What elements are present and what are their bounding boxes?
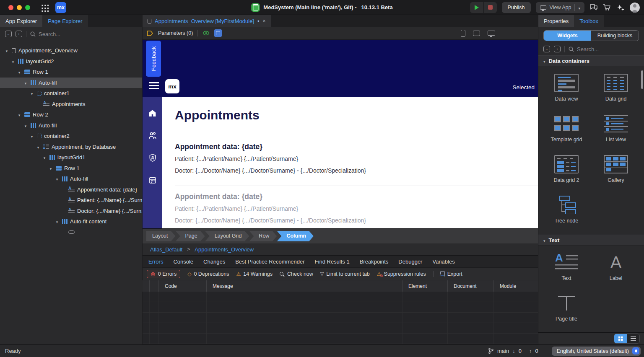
errors-table-column-header[interactable]: [149, 280, 158, 292]
canvas-app-header[interactable]: Feedback mx Selected: [143, 40, 538, 97]
language-selector[interactable]: English, United States (default): [552, 347, 641, 356]
widget-tile[interactable]: Tree node: [542, 196, 591, 224]
widget-tile[interactable]: Data view: [542, 74, 591, 102]
tree-item[interactable]: Appointments_Overview: [0, 45, 142, 56]
widget-tile[interactable]: Gallery: [591, 155, 641, 183]
chevron-down-icon[interactable]: [55, 218, 60, 225]
git-branch-icon[interactable]: [488, 348, 494, 354]
bottom-tab[interactable]: Breakpoints: [360, 259, 389, 265]
bottom-tab[interactable]: Debugger: [398, 259, 422, 265]
toolbox-mode-segment[interactable]: Building blocks: [591, 31, 639, 41]
chevron-down-icon[interactable]: [55, 176, 60, 182]
tree-item[interactable]: Auto-fill: [0, 78, 142, 88]
tree-item[interactable]: Doctor: {.../Name} {.../Surname}: [0, 206, 142, 217]
appointment-block[interactable]: Appointment data: {date} Patient: {.../P…: [175, 136, 538, 186]
explorer-tab[interactable]: Page Explorer: [42, 15, 88, 27]
errors-table-column-header[interactable]: Element: [402, 280, 447, 292]
expand-collapse-icon[interactable]: ›: [554, 46, 561, 52]
scrollbar-thumb[interactable]: [641, 70, 643, 89]
incoming-commits-icon[interactable]: ↓: [512, 348, 515, 354]
parameters-label[interactable]: Parameters (0): [158, 30, 193, 36]
tree-item[interactable]: Appointments: [0, 99, 142, 110]
tree-item[interactable]: container2: [0, 131, 142, 142]
feedback-tab[interactable]: Feedback: [146, 41, 161, 77]
desktop-preview-icon[interactable]: [488, 31, 495, 36]
breadcrumb-item[interactable]: Layout Grid: [205, 231, 249, 241]
errors-table-column-header[interactable]: Message: [206, 280, 402, 292]
chevron-down-icon[interactable]: [17, 69, 22, 75]
table-row[interactable]: [143, 313, 538, 323]
feedback-chat-icon[interactable]: [589, 4, 598, 11]
bottom-tab[interactable]: Find Results 1: [315, 259, 350, 265]
layout-link[interactable]: Atlas_Default: [150, 246, 182, 253]
app-grid-icon[interactable]: [40, 3, 49, 12]
right-panel-tab[interactable]: Properties: [538, 15, 574, 27]
chevron-down-icon[interactable]: [29, 133, 34, 139]
widget-tile[interactable]: Data grid: [591, 74, 641, 102]
page-title[interactable]: Appointments: [175, 108, 538, 122]
document-tab[interactable]: Appointments_Overview [MyFirstModule] • …: [143, 15, 271, 27]
section-header-text[interactable]: Text: [538, 235, 644, 246]
ai-sparkles-icon[interactable]: [616, 4, 625, 11]
errors-table-column-header[interactable]: [143, 280, 149, 292]
tree-item[interactable]: layoutGrid1: [0, 152, 142, 163]
tree-item[interactable]: Row 1: [0, 163, 142, 174]
bottom-tab[interactable]: Best Practice Recommender: [235, 259, 304, 265]
close-tab-icon[interactable]: ×: [263, 18, 266, 24]
widget-tile[interactable]: Template grid: [542, 114, 591, 142]
marketplace-cart-icon[interactable]: [603, 4, 611, 11]
tree-item[interactable]: Auto-fill: [0, 120, 142, 131]
tree-item[interactable]: Patient: {.../Name} {.../Surname}: [0, 195, 142, 206]
outgoing-commits-icon[interactable]: ↑: [529, 348, 532, 354]
errors-toolbar-item[interactable]: 14 Warnings: [236, 271, 273, 277]
publish-button[interactable]: Publish: [502, 2, 531, 13]
users-icon[interactable]: [148, 131, 157, 140]
search-input[interactable]: [39, 31, 93, 37]
tree-item[interactable]: Row 1: [0, 67, 142, 78]
close-window-button[interactable]: [8, 5, 13, 10]
chevron-down-icon[interactable]: [29, 90, 34, 96]
bottom-tab[interactable]: Variables: [432, 259, 454, 265]
explorer-tab[interactable]: App Explorer: [0, 15, 42, 27]
right-panel-tab[interactable]: Toolbox: [574, 15, 604, 27]
errors-table-column-header[interactable]: Document: [447, 280, 493, 292]
errors-toolbar-item[interactable]: 0 Deprecations: [187, 271, 229, 277]
section-header-data-containers[interactable]: Data containers: [538, 55, 644, 66]
chevron-down-icon[interactable]: [23, 80, 28, 86]
breadcrumb-item[interactable]: Layout: [146, 231, 176, 241]
chevron-down-icon[interactable]: [17, 111, 22, 118]
chevron-down-icon[interactable]: [578, 4, 580, 11]
expand-collapse-icon[interactable]: ›: [16, 31, 22, 37]
chevron-down-icon[interactable]: [36, 144, 41, 150]
minimize-window-button[interactable]: [17, 5, 22, 10]
breadcrumb-item[interactable]: Row: [249, 231, 277, 241]
search-input[interactable]: [577, 46, 631, 52]
bottom-tab[interactable]: Console: [173, 259, 193, 265]
tablet-preview-icon[interactable]: [473, 31, 480, 36]
chevron-down-icon[interactable]: [4, 47, 9, 54]
run-button[interactable]: [470, 2, 483, 13]
widget-tile[interactable]: List view: [591, 114, 641, 142]
errors-toolbar-item[interactable]: Suppression rules: [377, 271, 426, 277]
tree-item[interactable]: Appointment, by Database: [0, 142, 142, 153]
errors-toolbar-item[interactable]: Limit to current tab: [320, 271, 370, 277]
page-canvas[interactable]: Feedback mx Selected Appointments: [143, 40, 538, 228]
widget-tile[interactable]: Text: [542, 253, 591, 281]
breadcrumb-item[interactable]: Page: [176, 231, 205, 241]
highlight-selection-icon[interactable]: ⌄: [5, 31, 12, 37]
tree-item[interactable]: Appointment data: {date}: [0, 184, 142, 195]
errors-toolbar-item[interactable]: Check now: [280, 271, 313, 277]
grid-view-button[interactable]: [614, 334, 627, 343]
hamburger-menu-icon[interactable]: [149, 82, 159, 89]
highlight-selection-icon[interactable]: ⌄: [543, 46, 550, 52]
stop-button[interactable]: [483, 2, 497, 13]
tree-item[interactable]: Row 2: [0, 109, 142, 120]
tree-item[interactable]: Auto-fit content: [0, 216, 142, 227]
widget-tile[interactable]: Page title: [542, 294, 591, 322]
appointment-block[interactable]: Appointment data: {date} Patient: {.../P…: [175, 186, 538, 228]
table-row[interactable]: [143, 323, 538, 334]
bottom-tab[interactable]: Errors: [148, 259, 163, 265]
chevron-down-icon[interactable]: [48, 165, 53, 171]
zoom-window-button[interactable]: [25, 5, 30, 10]
widget-tile[interactable]: Data grid 2: [542, 155, 591, 183]
